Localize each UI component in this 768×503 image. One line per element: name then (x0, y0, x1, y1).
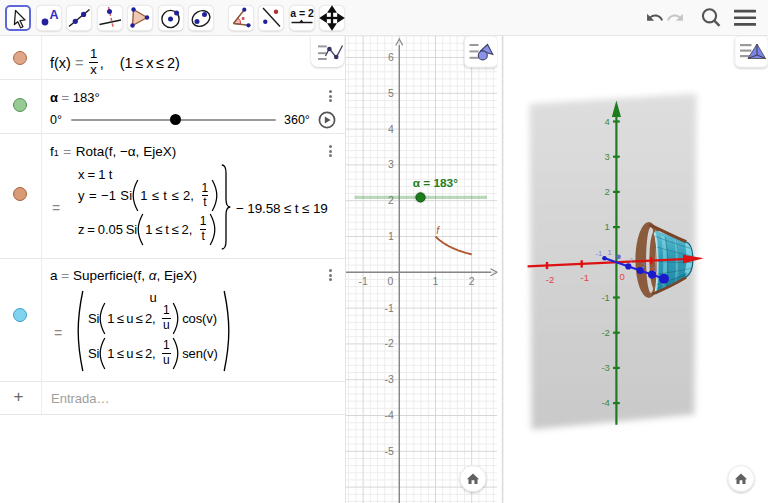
svg-text:4: 4 (605, 116, 610, 127)
svg-text:5: 5 (388, 87, 394, 99)
svg-text:-5: -5 (384, 445, 393, 457)
svg-text:2: 2 (469, 275, 475, 287)
svg-text:-1: -1 (580, 272, 588, 283)
svg-text:-1: -1 (601, 292, 609, 303)
svg-text:-3: -3 (601, 362, 609, 373)
svg-text:-4: -4 (601, 397, 609, 408)
svg-text:0: 0 (620, 271, 625, 282)
svg-text:α = 183°: α = 183° (413, 176, 458, 190)
svg-text:4: 4 (388, 123, 394, 135)
svg-text:-3: -3 (384, 373, 393, 385)
svg-text:-1: -1 (358, 275, 367, 287)
svg-text:1: 1 (388, 230, 394, 242)
svg-text:A: A (49, 7, 58, 21)
svg-text:-1: -1 (384, 302, 393, 314)
svg-text:3: 3 (654, 266, 658, 273)
svg-text:-2: -2 (546, 274, 554, 285)
svg-text:-4: -4 (384, 409, 393, 421)
svg-text:2: 2 (642, 262, 646, 269)
svg-text:1: 1 (605, 221, 610, 232)
svg-text:2: 2 (605, 186, 610, 197)
svg-text:-1: -1 (596, 249, 603, 258)
svg-text:6: 6 (388, 51, 394, 63)
svg-text:3: 3 (388, 158, 394, 170)
svg-text:0: 0 (387, 275, 393, 287)
svg-text:-2: -2 (601, 327, 609, 338)
svg-text:-2: -2 (384, 337, 393, 349)
svg-text:3: 3 (605, 151, 610, 162)
svg-text:1: 1 (433, 275, 439, 287)
svg-text:a = 2: a = 2 (290, 7, 314, 19)
svg-text:1: 1 (630, 257, 634, 264)
svg-text:1: 1 (607, 248, 611, 257)
